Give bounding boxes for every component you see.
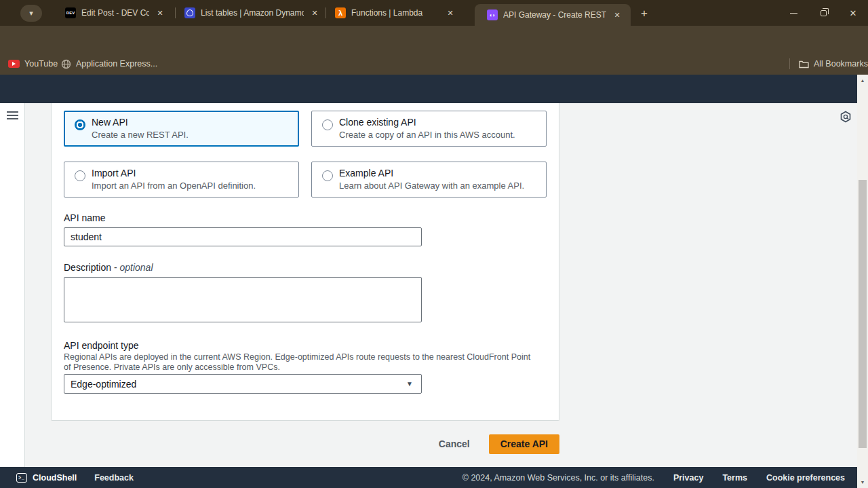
option-description: Create a new REST API. (92, 130, 189, 140)
copyright-text: © 2024, Amazon Web Services, Inc. or its… (462, 473, 654, 483)
option-title: Import API (92, 168, 136, 179)
bookmark-label: Application Express... (76, 59, 157, 69)
option-title: Clone existing API (339, 117, 416, 128)
endpoint-type-value: Edge-optimized (71, 379, 136, 390)
option-title: New API (92, 117, 128, 128)
youtube-icon (8, 60, 20, 68)
cancel-button[interactable]: Cancel (439, 438, 470, 449)
endpoint-type-description: Regional APIs are deployed in the curren… (64, 352, 537, 373)
close-tab-icon[interactable]: ✕ (612, 10, 623, 20)
bookmarks-divider (789, 58, 790, 69)
console-footer: >_ CloudShell Feedback © 2024, Amazon We… (0, 467, 857, 488)
optional-hint: optional (119, 262, 153, 273)
bookmarks-bar: YouTube Application Express... All Bookm… (0, 53, 868, 75)
privacy-link[interactable]: Privacy (673, 473, 703, 483)
tab-api-gateway-active[interactable]: ◖◗ API Gateway - Create REST API ✕ (475, 4, 631, 26)
endpoint-type-label: API endpoint type (64, 340, 139, 351)
scroll-down-icon[interactable]: ▼ (857, 480, 868, 485)
lambda-favicon-icon: λ (335, 7, 346, 18)
globe-icon (61, 59, 71, 69)
bookmark-application-express[interactable]: Application Express... (61, 53, 157, 75)
caret-down-icon: ▼ (406, 380, 413, 388)
restore-icon (821, 10, 827, 16)
side-navigation-strip (0, 103, 25, 467)
console-content: New API Create a new REST API. Clone exi… (0, 103, 857, 467)
feedback-button[interactable]: Feedback (94, 473, 134, 483)
browser-tab-strip: ▾ DEV Edit Post - DEV Community ✕ List t… (0, 0, 868, 26)
tab-title: Functions | Lambda (351, 8, 439, 18)
dev-favicon-icon: DEV (65, 7, 76, 18)
close-window-button[interactable]: ✕ (838, 0, 868, 26)
option-description: Import an API from an OpenAPI definition… (92, 181, 256, 191)
description-label: Description - optional (64, 262, 153, 273)
tab-title: Edit Post - DEV Community (81, 8, 149, 18)
hamburger-menu-icon[interactable] (7, 111, 18, 121)
close-tab-icon[interactable]: ✕ (445, 7, 456, 18)
close-tab-icon[interactable]: ✕ (309, 7, 320, 18)
all-bookmarks-button[interactable]: All Bookmarks (799, 53, 868, 75)
tab-title: List tables | Amazon DynamoDB (201, 8, 304, 18)
restore-button[interactable] (808, 0, 838, 26)
terminal-icon: >_ (16, 473, 27, 483)
radio-selected-icon[interactable] (75, 119, 85, 130)
page-scrollbar[interactable]: ▲ ▼ (857, 75, 868, 488)
api-name-label: API name (64, 212, 105, 223)
cookie-preferences-link[interactable]: Cookie preferences (766, 473, 845, 483)
bookmark-label: YouTube (24, 59, 58, 69)
cloudshell-label: CloudShell (33, 473, 77, 483)
option-description: Create a copy of an API in this AWS acco… (339, 130, 515, 140)
option-description: Learn about API Gateway with an example … (339, 181, 524, 191)
radio-icon[interactable] (322, 119, 333, 130)
folder-icon (799, 60, 809, 69)
tab-divider (326, 7, 326, 18)
form-actions: Cancel Create API (51, 434, 559, 454)
minimize-button[interactable] (778, 0, 808, 26)
new-tab-button[interactable]: + (636, 5, 652, 22)
radio-icon[interactable] (75, 170, 85, 181)
tab-divider (175, 7, 176, 18)
close-tab-icon[interactable]: ✕ (155, 7, 165, 18)
tab-title: API Gateway - Create REST API (503, 10, 606, 20)
tab-dev-community[interactable]: DEV Edit Post - DEV Community ✕ (65, 0, 165, 26)
tab-search-button[interactable]: ▾ (20, 5, 42, 22)
scroll-up-icon[interactable]: ▲ (857, 78, 868, 83)
close-icon: ✕ (850, 8, 857, 18)
description-textarea[interactable] (64, 277, 422, 322)
option-new-api[interactable]: New API Create a new REST API. (64, 111, 299, 147)
aws-console-header: aws Services [Alt+S] >_ ? ⚙ N. Virginia … (0, 75, 857, 103)
amazon-q-icon[interactable] (840, 111, 852, 123)
dynamodb-favicon-icon (184, 7, 195, 18)
radio-icon[interactable] (322, 170, 333, 181)
bookmark-youtube[interactable]: YouTube (8, 53, 58, 75)
option-title: Example API (339, 168, 393, 179)
minimize-icon (790, 13, 797, 14)
endpoint-type-select[interactable]: Edge-optimized ▼ (64, 374, 422, 394)
api-name-input[interactable] (64, 227, 422, 246)
create-api-button[interactable]: Create API (489, 434, 559, 454)
terms-link[interactable]: Terms (722, 473, 747, 483)
window-controls: ✕ (778, 0, 868, 26)
tab-lambda[interactable]: λ Functions | Lambda ✕ (335, 0, 456, 26)
browser-toolbar: ← → ↻ us-east-1.console.aws.amazon.com/a… (0, 26, 868, 53)
cloudshell-footer-button[interactable]: >_ CloudShell (16, 473, 77, 483)
all-bookmarks-label: All Bookmarks (814, 59, 868, 69)
option-clone-existing-api[interactable]: Clone existing API Create a copy of an A… (311, 111, 547, 147)
create-api-form-card: New API Create a new REST API. Clone exi… (51, 103, 559, 421)
option-import-api[interactable]: Import API Import an API from an OpenAPI… (64, 162, 299, 198)
tab-dynamodb[interactable]: List tables | Amazon DynamoDB ✕ (184, 0, 320, 26)
api-gateway-favicon-icon: ◖◗ (487, 10, 498, 20)
chevron-down-icon: ▾ (29, 9, 33, 18)
option-example-api[interactable]: Example API Learn about API Gateway with… (311, 162, 547, 198)
scrollbar-thumb[interactable] (859, 180, 867, 448)
